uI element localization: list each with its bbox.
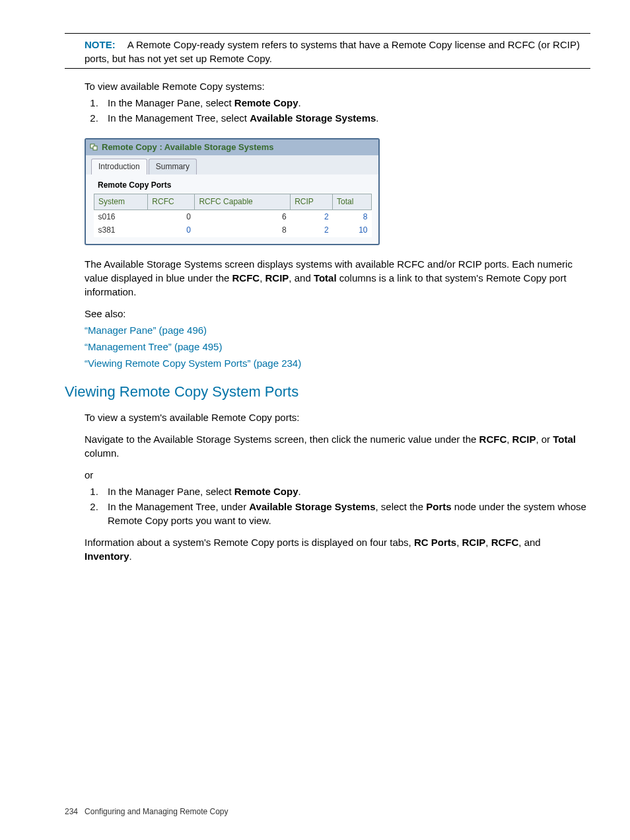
info-paragraph: Information about a system's Remote Copy… [85,535,590,563]
note-label: NOTE: [85,39,127,50]
after-screenshot-paragraph: The Available Storage Systems screen dis… [85,257,590,299]
note-block: NOTE:A Remote Copy-ready system refers t… [85,38,590,65]
tab-row: Introduction Summary [86,155,378,174]
see-also-label: See also: [85,307,590,321]
link-viewing-ports[interactable]: “Viewing Remote Copy System Ports” (page… [85,358,301,369]
tab-summary[interactable]: Summary [149,159,197,174]
col-rcfc: RCFC [148,194,195,210]
steps-list-2: In the Manager Pane, select Remote Copy.… [85,484,590,527]
navigate-paragraph: Navigate to the Available Storage System… [85,432,590,460]
window-title-text: Remote Copy : Available Storage Systems [102,141,274,153]
table-header-row: System RCFC RCFC Capable RCIP Total [94,194,372,210]
col-total: Total [333,194,372,210]
tab-introduction[interactable]: Introduction [91,159,147,174]
step-2: In the Management Tree, under Available … [101,500,590,527]
section-heading: Viewing Remote Copy System Ports [65,382,590,402]
ports-heading: Remote Copy Ports [86,174,378,194]
steps-list-1: In the Manager Pane, select Remote Copy.… [85,96,590,125]
table-row: s016 0 6 2 8 [94,210,372,223]
rule-top [65,33,590,34]
or-text: or [85,468,590,482]
col-rcip: RCIP [291,194,333,210]
col-system: System [94,194,148,210]
ports-table: System RCFC RCFC Capable RCIP Total s016… [94,194,372,237]
col-rcfc-capable: RCFC Capable [195,194,291,210]
step-1: In the Manager Pane, select Remote Copy. [101,96,590,110]
step-1: In the Manager Pane, select Remote Copy. [101,484,590,498]
rule-bottom [65,68,590,69]
svg-rect-1 [93,146,97,150]
embedded-screenshot: Remote Copy : Available Storage Systems … [85,138,380,245]
link-manager-pane[interactable]: “Manager Pane” (page 496) [85,325,207,336]
step-2: In the Management Tree, select Available… [101,111,590,125]
intro-text: To view available Remote Copy systems: [85,79,590,93]
link-management-tree[interactable]: “Management Tree” (page 495) [85,341,222,352]
section2-intro: To view a system's available Remote Copy… [85,410,590,424]
table-row: s381 0 8 2 10 [94,223,372,237]
note-text: A Remote Copy-ready system refers to sys… [85,39,580,64]
window-titlebar: Remote Copy : Available Storage Systems [86,139,378,155]
window-icon [90,143,99,151]
